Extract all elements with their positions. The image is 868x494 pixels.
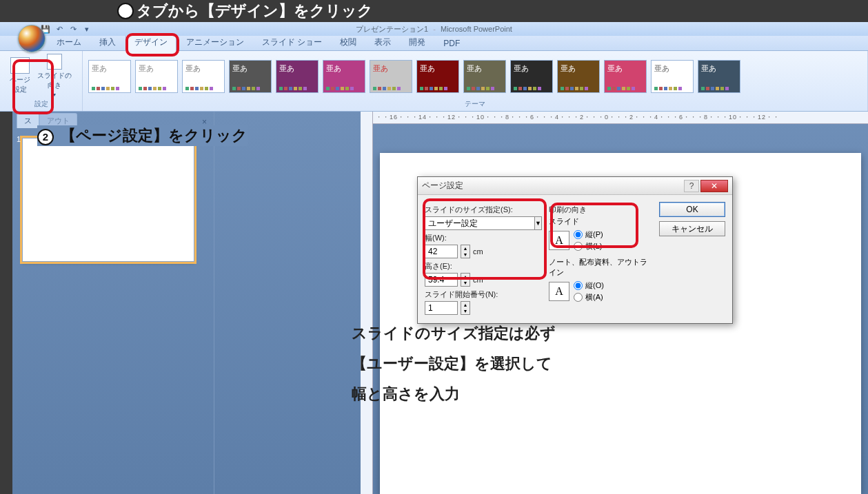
themes-gallery[interactable]: 亜あ 亜あ 亜あ 亜あ 亜あ 亜あ 亜あ 亜あ 亜あ 亜あ 亜あ 亜あ 亜あ 亜… <box>83 51 867 98</box>
orientation-icon <box>47 54 62 70</box>
page-setup-button[interactable]: ページ 設定 <box>4 54 36 98</box>
qat-undo-icon[interactable]: ↶ <box>54 23 65 34</box>
theme-thumb[interactable]: 亜あ <box>463 60 506 93</box>
print-orientation-label: 印刷の向き <box>549 205 652 215</box>
slide-number: 1 <box>17 135 21 143</box>
ok-button[interactable]: OK <box>659 202 725 217</box>
theme-thumb[interactable]: 亜あ <box>698 60 740 93</box>
page-setup-label: ページ 設定 <box>10 75 30 94</box>
slides-pane: ス アウト × 1 <box>12 112 214 494</box>
dialog-title: ページ設定 <box>422 180 684 192</box>
theme-thumb[interactable]: 亜あ <box>276 60 319 93</box>
instr-line-2: 【ユーザー設定】を選択して <box>352 349 556 379</box>
qat-redo-icon[interactable]: ↷ <box>68 23 79 34</box>
theme-thumb[interactable]: 亜あ <box>604 60 647 93</box>
slide-orientation-group: スライド A 縦(P) 横(L) <box>549 216 652 251</box>
dialog-buttons-column: OK キャンセル <box>659 202 725 315</box>
ribbon-tabs: ホーム 挿入 デザイン アニメーション スライド ショー 校閲 表示 開発 PD… <box>0 36 868 51</box>
orientation-label: スライドの 向き <box>37 71 72 90</box>
dialog-help-button[interactable]: ? <box>684 180 699 192</box>
theme-thumb[interactable]: 亜あ <box>557 60 600 93</box>
instr-line-3: 幅と高さを入力 <box>352 379 556 409</box>
theme-thumb[interactable]: 亜あ <box>416 60 459 93</box>
office-button[interactable] <box>18 25 46 52</box>
theme-thumb[interactable]: 亜あ <box>323 60 365 93</box>
width-label: 幅(W): <box>425 233 542 243</box>
notes-orientation-group: ノート、配布資料、アウトライン A 縦(O) 横(A) <box>549 257 652 302</box>
theme-thumb[interactable]: 亜あ <box>88 60 131 93</box>
pane-tab-slides[interactable]: ス <box>17 113 39 128</box>
orientation-portrait-icon: A <box>549 231 569 250</box>
slide-landscape-radio[interactable]: 横(L) <box>574 241 603 251</box>
tab-insert[interactable]: 挿入 <box>91 34 124 50</box>
slide-size-combo[interactable]: ▼ <box>425 216 542 230</box>
dialog-size-column: スライドのサイズ指定(S): ▼ 幅(W): ▲▼ cm 高さ(E): ▲▼ c… <box>425 202 542 315</box>
group-label-themes: テーマ <box>83 98 867 111</box>
app-name: Microsoft PowerPoint <box>441 25 512 33</box>
width-spinner[interactable]: ▲▼ <box>461 245 470 258</box>
annotation-step1: 1 タブから【デザイン】をクリック <box>0 0 868 22</box>
slide-size-input[interactable] <box>425 216 535 230</box>
window-title: プレゼンテーション1 - Microsoft PowerPoint <box>0 24 868 34</box>
theme-thumb[interactable]: 亜あ <box>135 60 178 93</box>
page-setup-icon <box>10 57 30 74</box>
dialog-close-button[interactable]: ✕ <box>700 180 728 192</box>
theme-thumb[interactable]: 亜あ <box>229 60 272 93</box>
page-setup-dialog: ページ設定 ? ✕ スライドのサイズ指定(S): ▼ 幅(W): ▲▼ cm 高… <box>417 176 733 324</box>
height-spinner[interactable]: ▲▼ <box>461 273 470 287</box>
orientation-portrait-icon: A <box>549 282 569 301</box>
height-unit: cm <box>473 276 483 284</box>
slide-group-title: スライド <box>549 216 652 227</box>
dropdown-icon: ▾ <box>53 92 56 98</box>
notes-landscape-radio[interactable]: 横(A) <box>574 292 604 302</box>
group-label-setup: 設定 <box>0 98 82 111</box>
width-input[interactable] <box>425 245 458 258</box>
combo-dropdown-icon[interactable]: ▼ <box>535 216 542 230</box>
notes-group-title: ノート、配布資料、アウトライン <box>549 257 652 278</box>
annotation-step2: 2 【ページ設定】をクリック <box>37 125 248 146</box>
theme-thumb[interactable]: 亜あ <box>370 60 412 93</box>
ruler-horizontal: ・・16・・・14・・・12・・・10・・・8・・・6・・・4・・・2・・・0・… <box>373 112 868 124</box>
ribbon-group-page-setup: ページ 設定 スライドの 向き ▾ 設定 <box>0 51 83 111</box>
theme-thumb[interactable]: 亜あ <box>651 60 694 93</box>
slide-size-label: スライドのサイズ指定(S): <box>425 205 542 215</box>
dialog-titlebar[interactable]: ページ設定 ? ✕ <box>418 177 732 195</box>
window-titlebar: 💾 ↶ ↷ ▾ プレゼンテーション1 - Microsoft PowerPoin… <box>0 22 868 36</box>
step2-text: 【ページ設定】をクリック <box>61 127 248 144</box>
qat-more-icon[interactable]: ▾ <box>81 23 92 34</box>
height-input[interactable] <box>425 273 458 287</box>
step1-number: 1 <box>117 3 134 19</box>
tab-animation[interactable]: アニメーション <box>178 34 252 50</box>
annotation-instructions: スライドのサイズ指定は必ず 【ユーザー設定】を選択して 幅と高さを入力 <box>352 318 556 409</box>
cancel-button[interactable]: キャンセル <box>659 221 725 236</box>
tab-home[interactable]: ホーム <box>48 34 90 50</box>
tab-view[interactable]: 表示 <box>366 34 399 50</box>
notes-portrait-radio[interactable]: 縦(O) <box>574 280 604 291</box>
slide-thumbnail[interactable] <box>22 138 194 262</box>
tab-review[interactable]: 校閲 <box>332 34 365 50</box>
step1-text: タブから【デザイン】をクリック <box>137 1 373 21</box>
start-number-spinner[interactable]: ▲▼ <box>461 301 470 315</box>
theme-thumb[interactable]: 亜あ <box>510 60 553 93</box>
start-number-input[interactable] <box>425 301 458 315</box>
start-number-label: スライド開始番号(N): <box>425 289 542 300</box>
tab-design[interactable]: デザイン <box>125 34 176 51</box>
instr-line-1: スライドのサイズ指定は必ず <box>352 318 556 349</box>
step2-number: 2 <box>37 129 54 145</box>
dialog-orientation-column: 印刷の向き スライド A 縦(P) 横(L) ノート、配布資料、アウトライン A… <box>549 202 652 315</box>
ribbon-group-themes: 亜あ 亜あ 亜あ 亜あ 亜あ 亜あ 亜あ 亜あ 亜あ 亜あ 亜あ 亜あ 亜あ 亜… <box>83 51 868 111</box>
width-unit: cm <box>473 247 483 256</box>
ruler-vertical <box>361 112 373 494</box>
ribbon: ページ 設定 スライドの 向き ▾ 設定 亜あ 亜あ 亜あ 亜あ 亜あ 亜あ 亜… <box>0 51 868 112</box>
tab-pdf[interactable]: PDF <box>435 37 468 50</box>
slide-orientation-button[interactable]: スライドの 向き ▾ <box>39 54 70 98</box>
quick-access-toolbar: 💾 ↶ ↷ ▾ <box>0 23 92 34</box>
theme-thumb[interactable]: 亜あ <box>182 60 225 93</box>
tab-developer[interactable]: 開発 <box>401 34 434 50</box>
document-name: プレゼンテーション1 <box>356 25 428 33</box>
tab-slideshow[interactable]: スライド ショー <box>254 34 330 50</box>
slide-portrait-radio[interactable]: 縦(P) <box>574 229 603 240</box>
height-label: 高さ(E): <box>425 261 542 271</box>
